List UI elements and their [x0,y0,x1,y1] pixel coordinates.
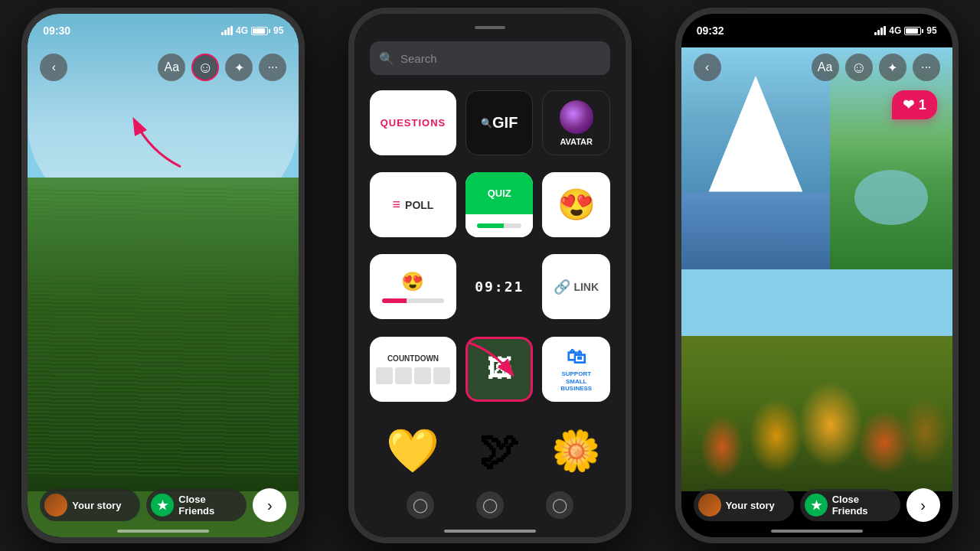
search-placeholder: Search [400,52,437,65]
status-bar-3: 09:32 4G 95 [681,14,952,47]
nav-circle-2[interactable]: ◯ [476,491,504,519]
battery-icon-3 [904,27,923,35]
nav-circle-1[interactable]: ◯ [407,491,434,519]
battery-icon-1 [251,27,270,35]
sticker-gif[interactable]: 🔍 GIF [466,90,534,155]
text-icon-1: Aa [165,60,180,74]
home-indicator-1 [117,530,209,533]
time-1: 09:30 [43,24,70,37]
next-icon-3: › [920,497,926,514]
more-icon-3: ··· [921,60,931,74]
your-story-button-1[interactable]: Your story [40,489,140,521]
phone2-bottom-nav: ◯ ◯ ◯ [354,491,626,519]
back-icon-3: ‹ [705,60,709,74]
avatar-preview [560,100,593,134]
like-bubble: ❤ 1 [892,90,937,119]
sparkle-button-1[interactable]: ✦ [225,54,253,81]
like-count: 1 [919,97,926,113]
signal-icon-3 [874,26,886,35]
sticker-peace-flower[interactable]: 🌼 [542,419,610,484]
next-button-1[interactable]: › [253,488,286,522]
story-avatar-1 [44,494,67,517]
sticker-grid: QUESTIONS 🔍 GIF AVATAR ≡ POLL QU [370,90,610,491]
countdown-boxes [376,367,450,384]
nav-circle-3[interactable]: ◯ [546,491,573,519]
sticker-emoji-slider[interactable]: 😍 [370,254,456,319]
quiz-progress [477,223,521,228]
network-type-1: 4G [236,25,248,36]
search-icon: 🔍 [379,51,394,66]
arrow-annotation-2 [462,335,523,384]
sticker-icon-3: ☺ [851,59,866,77]
toolbar-3: ‹ Aa ☺ ✦ ··· [681,47,952,87]
close-friends-button-1[interactable]: ★ Close Friends [146,489,247,521]
photo-autumn [681,269,952,491]
text-button-3[interactable]: Aa [812,54,839,81]
story-avatar-3 [698,494,721,517]
sticker-emoji[interactable]: 😍 [542,172,610,237]
quiz-bottom [466,214,534,237]
sticker-quiz[interactable]: QUIZ [466,172,534,237]
sparkle-button-3[interactable]: ✦ [879,54,906,81]
phone-1: 09:30 4G 95 [21,8,305,543]
sparkle-icon-1: ✦ [234,60,244,75]
your-story-button-3[interactable]: Your story [694,489,794,521]
sticker-button-3[interactable]: ☺ [845,54,873,81]
back-button-3[interactable]: ‹ [694,54,721,81]
phone-2: 🔍 Search QUESTIONS 🔍 GIF AVATAR [348,8,632,543]
emoji-slider-track [382,298,443,303]
network-type-3: 4G [889,25,901,36]
more-button-3[interactable]: ··· [913,54,940,81]
green-circle-icon-3: ★ [805,494,828,517]
arrow-annotation-1 [119,113,196,178]
drawer-handle [475,26,505,29]
next-button-3[interactable]: › [906,488,940,522]
toolbar-1: ‹ Aa ☺ ✦ ··· [28,47,299,87]
close-friends-label-1: Close Friends [178,494,236,517]
battery-pct-3: 95 [926,25,936,36]
your-story-label-3: Your story [726,500,775,511]
home-indicator-2 [444,530,536,533]
signal-icon-1 [221,26,233,35]
search-small-icon: 🔍 [481,118,492,129]
sticker-poll[interactable]: ≡ POLL [370,172,456,237]
status-bar-1: 09:30 4G 95 [28,14,299,47]
sticker-questions[interactable]: QUESTIONS [370,90,456,155]
sticker-countdown-timer[interactable]: 09:21 [466,254,534,319]
text-button-1[interactable]: Aa [158,54,185,81]
like-heart-icon: ❤ [903,96,914,113]
phone-3: 09:32 4G 95 [675,8,959,543]
sparkle-icon-3: ✦ [887,60,897,75]
sticker-countdown[interactable]: COUNTDOWN [370,337,456,402]
bottom-bar-3: Your story ★ Close Friends › [681,488,952,522]
green-circle-icon-1: ★ [151,494,174,517]
sticker-avatar[interactable]: AVATAR [542,90,610,155]
sticker-button-1[interactable]: ☺ [191,54,219,81]
your-story-label-1: Your story [72,500,121,511]
back-icon-1: ‹ [52,60,56,74]
home-indicator-3 [771,530,863,533]
quiz-top: QUIZ [466,172,534,214]
search-bar[interactable]: 🔍 Search [370,41,610,75]
close-friends-button-3[interactable]: ★ Close Friends [800,489,900,521]
sticker-ukraine-heart[interactable]: 💛 [370,419,456,484]
sticker-link[interactable]: 🔗 LINK [542,254,610,319]
status-icons-3: 4G 95 [874,25,936,36]
close-friends-label-3: Close Friends [832,494,890,517]
sticker-dove[interactable]: 🕊 [466,419,534,484]
time-3: 09:32 [697,24,724,37]
more-icon-1: ··· [268,60,278,74]
sticker-support-small-biz[interactable]: 🛍 SUPPORTSMALLBUSINESS [542,337,610,402]
text-icon-3: Aa [818,60,833,74]
status-icons-1: 4G 95 [221,25,283,36]
more-button-1[interactable]: ··· [259,54,286,81]
next-icon-1: › [267,497,273,514]
battery-pct-1: 95 [273,25,283,36]
bottom-bar-1: Your story ★ Close Friends › [28,488,299,522]
sticker-icon-1: ☺ [198,59,213,77]
back-button-1[interactable]: ‹ [40,54,67,81]
